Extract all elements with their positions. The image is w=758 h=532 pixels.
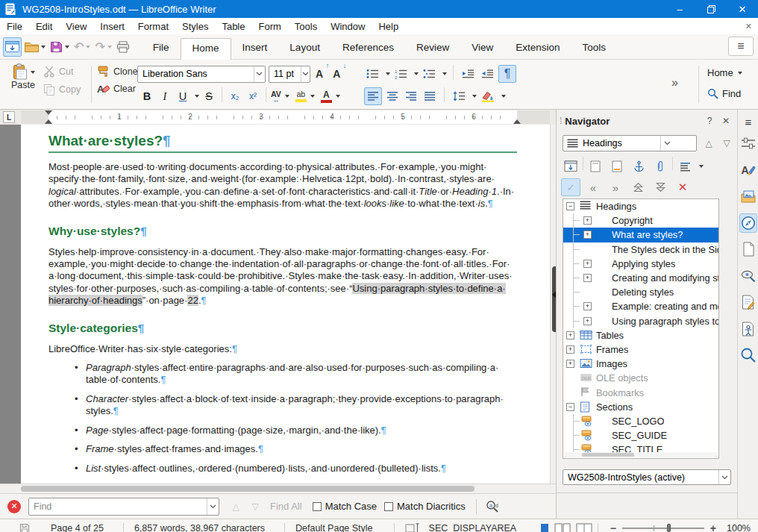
navigate-by-input[interactable] <box>578 138 660 148</box>
word-count-status[interactable]: 6,857 words, 38,967 characters <box>134 523 265 532</box>
bold-button[interactable]: B <box>139 87 155 105</box>
menu-insert[interactable]: Insert <box>93 19 131 34</box>
tab-home[interactable]: Home <box>181 38 231 60</box>
tab-view[interactable]: View <box>460 38 504 59</box>
save-button[interactable] <box>48 37 71 57</box>
doc-list-item[interactable]: •Paragraph·​styles·​affect·​entire·​para… <box>48 362 517 387</box>
list-box-toggle-button[interactable]: ✓ <box>561 178 580 196</box>
doc-list-item[interactable]: •List·​styles·​affect·​outlines,·​ordere… <box>48 463 517 475</box>
sidebar-deck-properties[interactable] <box>739 134 757 153</box>
toolbar-overflow-button[interactable]: » <box>671 76 678 90</box>
menu-edit[interactable]: Edit <box>29 19 59 34</box>
align-justify-button[interactable] <box>422 87 438 105</box>
find-close-button[interactable]: ✕ <box>7 500 21 513</box>
match-case-checkbox[interactable]: Match Case <box>313 501 377 512</box>
tree-expander-icon[interactable]: − <box>566 403 574 411</box>
sidebar-deck-gallery[interactable] <box>739 187 757 206</box>
sidebar-deck-styles[interactable]: A <box>739 160 757 180</box>
line-spacing-dropdown[interactable] <box>472 95 477 98</box>
underline-button[interactable]: U <box>175 87 191 105</box>
document-page[interactable]: What·​are·​styles?¶Most·​people·​are·​us… <box>21 125 550 484</box>
navigator-help-button[interactable]: ? <box>701 114 718 128</box>
horizontal-scrollbar[interactable] <box>0 484 560 493</box>
ui-toggle-button[interactable] <box>3 37 22 57</box>
find-previous-button[interactable]: △ <box>228 498 243 515</box>
tree-item-what-are-styles[interactable]: +What are styles? <box>563 228 718 242</box>
font-size-input[interactable] <box>269 69 301 79</box>
tree-expander-icon[interactable]: + <box>583 274 592 282</box>
tree-expander-icon[interactable]: + <box>583 317 592 325</box>
numbered-list-button[interactable]: 12 <box>392 65 410 83</box>
tree-item-frames[interactable]: +Frames <box>563 342 718 357</box>
chevron-down-icon[interactable] <box>254 66 265 82</box>
minimize-button[interactable]: – <box>664 0 695 18</box>
navigate-previous-button[interactable]: △ <box>701 135 716 151</box>
horizontal-scrollbar-thumb[interactable] <box>21 486 474 492</box>
outline-list-button[interactable] <box>421 65 438 83</box>
horizontal-ruler[interactable]: L 123456 <box>0 110 560 125</box>
sidebar-settings-button[interactable]: ≡ <box>739 114 757 129</box>
tree-item-using-paragraph-styles-to-d[interactable]: +Using paragraph styles to d <box>563 314 718 328</box>
highlight-color-button[interactable]: ab <box>295 90 307 102</box>
find-all-button[interactable]: Find All <box>270 501 302 512</box>
menu-window[interactable]: Window <box>324 19 372 34</box>
content-navigation-view-button[interactable] <box>561 157 580 175</box>
italic-button[interactable]: I <box>157 87 173 105</box>
sidebar-deck-navigator[interactable] <box>739 213 757 233</box>
align-right-button[interactable] <box>403 87 419 105</box>
doc-list-item[interactable]: •Page·​styles·​affect·​page·​formatting·… <box>48 425 517 436</box>
menu-styles[interactable]: Styles <box>175 19 215 34</box>
selection-mode-icon[interactable] <box>405 523 420 532</box>
tree-item-headings[interactable]: −Headings <box>563 199 718 213</box>
align-left-button[interactable] <box>364 87 382 105</box>
doc-heading-1[interactable]: What·​are·​styles?¶ <box>48 133 517 153</box>
find-input[interactable] <box>29 501 207 512</box>
tree-expander-icon[interactable]: + <box>566 345 574 354</box>
demote-level-button[interactable]: » <box>606 178 625 196</box>
font-color-dropdown[interactable] <box>336 95 340 98</box>
tree-item-the-styles-deck-in-the-sideb[interactable]: The Styles deck in the Sideb <box>563 242 718 257</box>
menu-file[interactable]: File <box>0 19 29 34</box>
anchor-text-button[interactable] <box>629 157 648 175</box>
tree-item-example-creating-and-mod[interactable]: +Example: creating and mod <box>563 299 718 313</box>
numbered-list-dropdown[interactable] <box>414 72 419 75</box>
zoom-slider[interactable]: − + <box>610 522 716 532</box>
line-spacing-button[interactable] <box>451 87 468 105</box>
active-document-input[interactable] <box>563 472 718 483</box>
font-color-button[interactable]: A <box>321 90 332 103</box>
chevron-down-icon[interactable] <box>660 136 673 151</box>
doc-heading-2[interactable]: Why·​use·​styles?¶ <box>48 225 517 238</box>
home-style-menu[interactable]: Home <box>707 67 742 78</box>
tab-layout[interactable]: Layout <box>278 38 331 59</box>
save-status-icon[interactable] <box>19 523 30 532</box>
superscript-button[interactable]: x² <box>245 87 261 105</box>
find-toolbar-button[interactable]: Find <box>707 88 741 99</box>
chevron-down-icon[interactable] <box>301 66 310 82</box>
tree-item-creating-and-modifying-styl[interactable]: +Creating and modifying styl <box>563 271 718 285</box>
align-center-button[interactable] <box>384 87 401 105</box>
tree-horizontal-scrollbar[interactable] <box>564 452 718 457</box>
tree-item-sec-logo[interactable]: SEC_LOGO <box>563 414 718 428</box>
menu-table[interactable]: Table <box>215 19 251 34</box>
tree-item-applying-styles[interactable]: +Applying styles <box>563 257 718 271</box>
navigate-by-combobox[interactable] <box>563 135 697 151</box>
font-name-combobox[interactable] <box>137 66 266 83</box>
paragraph-background-button[interactable] <box>479 87 497 105</box>
tree-expander-icon[interactable]: − <box>566 202 574 210</box>
doc-list-item[interactable]: •Frame·​styles·​affect·​frames·​and·​ima… <box>48 443 517 455</box>
single-page-view-button[interactable] <box>540 523 549 532</box>
chevron-down-icon[interactable] <box>718 470 730 484</box>
book-view-button[interactable] <box>576 523 592 532</box>
zoom-out-button[interactable]: − <box>610 522 616 532</box>
find-next-button[interactable]: ▽ <box>248 498 263 515</box>
underline-dropdown[interactable] <box>195 95 199 98</box>
doc-heading-2[interactable]: Style·​categories¶ <box>48 322 517 335</box>
menu-form[interactable]: Form <box>251 19 287 34</box>
tab-tools[interactable]: Tools <box>571 38 618 59</box>
clone-formatting-button[interactable]: Clone <box>97 66 138 78</box>
tab-extension[interactable]: Extension <box>504 38 571 59</box>
find-combobox[interactable] <box>28 498 219 516</box>
cut-button[interactable]: Cut <box>43 66 81 78</box>
menu-view[interactable]: View <box>59 19 93 34</box>
shrink-font-button[interactable]: A↓ <box>331 65 345 83</box>
